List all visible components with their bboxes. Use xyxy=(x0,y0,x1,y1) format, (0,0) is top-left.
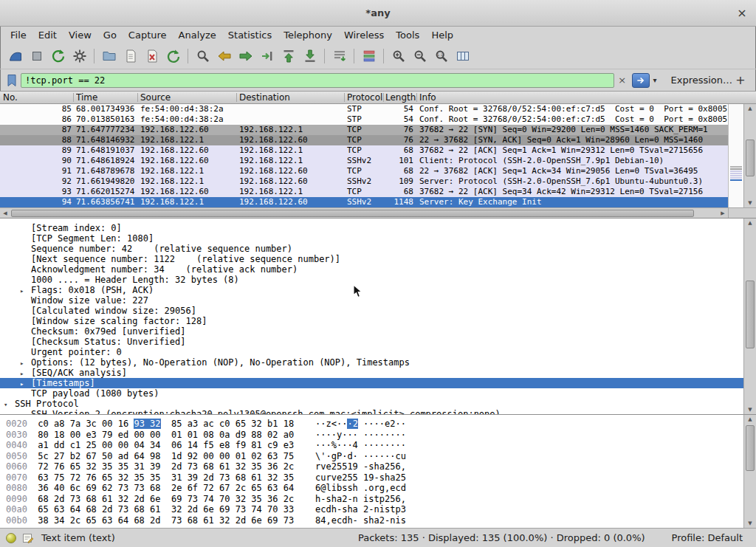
detail-line-checksum-status[interactable]: [Checksum Status: Unverified] xyxy=(0,337,743,347)
go-first-packet-icon[interactable] xyxy=(278,47,299,66)
detail-line-stream-index[interactable]: [Stream index: 0] xyxy=(0,223,743,233)
detail-line-options[interactable]: ▸Options: (12 bytes), No-Operation (NOP)… xyxy=(0,357,743,368)
column-header-length[interactable]: Length xyxy=(385,92,416,103)
add-filter-button[interactable]: + xyxy=(732,72,749,89)
expander-icon[interactable]: ▸ xyxy=(19,380,31,388)
expander-icon[interactable]: ▸ xyxy=(19,287,31,295)
go-to-packet-icon[interactable] xyxy=(256,47,278,66)
packet-row-91[interactable]: 9171.648789678192.168.122.1192.168.122.6… xyxy=(0,166,728,176)
resize-columns-icon[interactable] xyxy=(452,47,473,66)
menu-capture[interactable]: Capture xyxy=(123,28,173,42)
details-scroll-thumb[interactable] xyxy=(746,281,755,348)
hex-row-0090[interactable]: 0090 68 2d 73 68 61 32 2d 6e 69 73 74 70… xyxy=(0,494,756,505)
capture-comment-icon[interactable] xyxy=(22,532,34,544)
menu-view[interactable]: View xyxy=(63,28,97,42)
expander-icon[interactable]: ▸ xyxy=(19,370,31,377)
menu-help[interactable]: Help xyxy=(425,28,459,42)
detail-line-ssh-version[interactable]: SSH Version 2 (encryption:chacha20-poly1… xyxy=(0,409,743,414)
scroll-up-arrow-icon[interactable]: ▲ xyxy=(744,104,756,113)
stop-capture-icon[interactable] xyxy=(26,47,47,66)
scroll-down-arrow-icon[interactable]: ▼ xyxy=(744,405,756,414)
scroll-down-arrow-icon[interactable]: ▼ xyxy=(744,199,756,207)
save-file-icon[interactable] xyxy=(120,47,141,66)
expander-icon[interactable]: ▸ xyxy=(19,359,31,367)
column-header-time[interactable]: Time xyxy=(76,92,97,103)
menu-file[interactable]: File xyxy=(4,28,32,42)
column-divider[interactable] xyxy=(344,93,345,102)
auto-scroll-icon[interactable] xyxy=(329,47,350,66)
packet-row-89[interactable]: 8971.648191037192.168.122.60192.168.122.… xyxy=(0,145,728,156)
detail-line-sequence-number[interactable]: Sequence number: 42 (relative sequence n… xyxy=(0,244,743,254)
hex-row-00a0[interactable]: 00a0 65 63 64 68 2d 73 68 61 32 2d 6e 69… xyxy=(0,504,756,515)
hex-row-0020[interactable]: 0020 c0 a8 7a 3c 00 16 93 32 85 a3 ac c0… xyxy=(0,419,756,430)
detail-line-timestamps-selected[interactable]: ▸[Timestamps] xyxy=(0,378,743,388)
scrollbar-minimap[interactable] xyxy=(728,104,743,207)
close-file-icon[interactable] xyxy=(141,47,162,66)
detail-line-segment-len[interactable]: [TCP Segment Len: 1080] xyxy=(0,233,743,244)
packet-list-hscrollbar[interactable]: ◀ ▶ xyxy=(0,207,728,218)
detail-line-next-sequence[interactable]: [Next sequence number: 1122 (relative se… xyxy=(0,254,743,264)
column-header-no[interactable]: No. xyxy=(3,92,18,103)
packet-row-93[interactable]: 9371.662015274192.168.122.60192.168.122.… xyxy=(0,187,728,197)
expert-info-icon[interactable] xyxy=(6,533,16,543)
filter-clear-icon[interactable]: × xyxy=(614,75,630,86)
packet-row-86[interactable]: 8670.013850163fe:54:00:d4:38:2aSTP54Conf… xyxy=(0,114,728,125)
expression-button[interactable]: Expression… xyxy=(670,75,732,86)
packet-list-scroll-thumb[interactable] xyxy=(746,140,755,176)
hex-row-0070[interactable]: 0070 63 75 72 76 65 32 35 35 31 39 2d 73… xyxy=(0,472,756,484)
detail-line-window-scaling[interactable]: [Window size scaling factor: 128] xyxy=(0,316,743,326)
packet-row-85[interactable]: 8568.001734936fe:54:00:d4:38:2aSTP54Conf… xyxy=(0,104,728,114)
scroll-up-arrow-icon[interactable]: ▲ xyxy=(744,415,756,424)
packet-row-90[interactable]: 9071.648618924192.168.122.60192.168.122.… xyxy=(0,156,728,166)
colorize-icon[interactable] xyxy=(358,47,379,66)
column-divider[interactable] xyxy=(73,93,74,102)
filter-dropdown-chevron-icon[interactable]: ▾ xyxy=(650,76,661,84)
filter-apply-button[interactable] xyxy=(632,73,650,88)
column-header-protocol[interactable]: Protocol xyxy=(347,92,382,103)
menu-edit[interactable]: Edit xyxy=(32,28,63,42)
hex-row-0050[interactable]: 0050 5c 27 b2 67 50 ad 64 98 1d 92 00 00… xyxy=(0,451,756,462)
open-file-folder-icon[interactable] xyxy=(98,47,120,66)
hex-row-0080[interactable]: 0080 36 40 6c 69 62 73 73 68 2e 6f 72 67… xyxy=(0,483,756,494)
column-divider[interactable] xyxy=(236,93,237,102)
packet-row-94-selected[interactable]: 9471.663856741192.168.122.1192.168.122.6… xyxy=(0,197,728,207)
hex-row-0060[interactable]: 0060 72 76 65 32 35 35 31 39 2d 73 68 61… xyxy=(0,461,756,472)
restart-capture-icon[interactable] xyxy=(47,47,69,66)
packet-row-87[interactable]: 8771.647777234192.168.122.60192.168.122.… xyxy=(0,125,728,135)
scroll-right-arrow-icon[interactable]: ▶ xyxy=(718,208,728,218)
display-filter-input[interactable] xyxy=(21,73,614,88)
detail-line-checksum[interactable]: Checksum: 0x79ed [unverified] xyxy=(0,326,743,337)
menu-analyze[interactable]: Analyze xyxy=(173,28,222,42)
hex-scroll-thumb[interactable] xyxy=(746,425,755,471)
details-vscrollbar[interactable]: ▲ ▼ xyxy=(743,219,756,414)
go-last-packet-icon[interactable] xyxy=(299,47,320,66)
column-divider[interactable] xyxy=(383,93,384,102)
filter-bookmark-icon[interactable] xyxy=(4,72,19,89)
scroll-up-arrow-icon[interactable]: ▲ xyxy=(744,219,756,227)
detail-line-window-size[interactable]: Window size value: 227 xyxy=(0,295,743,306)
hex-row-00b0[interactable]: 00b0 38 34 2c 65 63 64 68 2d 73 68 61 32… xyxy=(0,515,756,526)
find-packet-magnifier-icon[interactable] xyxy=(192,47,213,66)
capture-options-gear-icon[interactable] xyxy=(69,47,90,66)
expander-icon[interactable]: ▾ xyxy=(3,401,15,408)
start-capture-icon[interactable] xyxy=(4,47,26,66)
hex-row-0030[interactable]: 0030 80 18 00 e3 79 ed 00 00 01 01 08 0a… xyxy=(0,430,756,441)
zoom-out-icon[interactable] xyxy=(409,47,430,66)
scroll-down-arrow-icon[interactable]: ▼ xyxy=(744,519,756,528)
detail-line-ssh-protocol[interactable]: ▾SSH Protocol xyxy=(0,399,743,409)
column-header-source[interactable]: Source xyxy=(140,92,171,103)
packet-list-vscrollbar[interactable]: ▲ ▼ xyxy=(743,104,756,207)
menu-go[interactable]: Go xyxy=(97,28,123,42)
detail-line-ack-number[interactable]: Acknowledgment number: 34 (relative ack … xyxy=(0,264,743,275)
menu-statistics[interactable]: Statistics xyxy=(222,28,278,42)
zoom-in-icon[interactable] xyxy=(388,47,409,66)
column-divider[interactable] xyxy=(416,93,417,102)
detail-line-calc-window[interactable]: [Calculated window size: 29056] xyxy=(0,306,743,316)
detail-line-tcp-payload[interactable]: TCP payload (1080 bytes) xyxy=(0,388,743,399)
hex-row-0040[interactable]: 0040 a1 dd c1 25 00 00 04 34 06 14 f5 e8… xyxy=(0,440,756,451)
detail-line-urgent-pointer[interactable]: Urgent pointer: 0 xyxy=(0,347,743,357)
menu-tools[interactable]: Tools xyxy=(390,28,425,42)
detail-line-flags[interactable]: ▸Flags: 0x018 (PSH, ACK) xyxy=(0,285,743,295)
packet-row-92[interactable]: 9271.661949820192.168.122.1192.168.122.6… xyxy=(0,176,728,187)
column-divider[interactable] xyxy=(137,93,138,102)
